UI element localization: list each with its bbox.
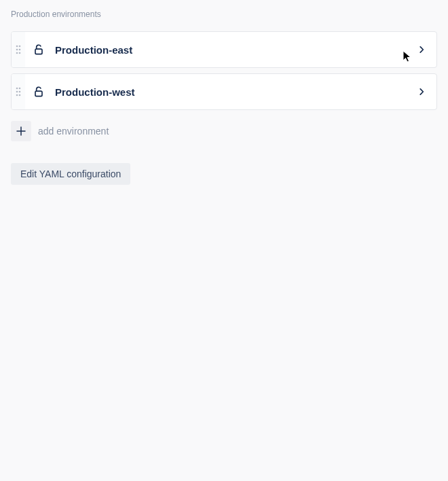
svg-point-7 — [16, 88, 18, 90]
chevron-right-icon — [417, 45, 426, 54]
svg-point-5 — [19, 52, 21, 54]
drag-handle[interactable] — [12, 32, 25, 67]
svg-point-2 — [16, 49, 18, 51]
env-name: Production-east — [55, 44, 132, 56]
expand-button[interactable] — [413, 84, 430, 100]
svg-point-1 — [19, 46, 21, 48]
edit-yaml-button[interactable]: Edit YAML configuration — [11, 163, 130, 185]
svg-point-10 — [19, 91, 21, 93]
chevron-right-icon — [417, 87, 426, 96]
add-environment-label: add environment — [38, 126, 109, 137]
drag-dots-icon — [16, 86, 21, 97]
plus-icon — [15, 125, 27, 137]
drag-dots-icon — [16, 44, 21, 55]
add-environment-button[interactable]: add environment — [11, 121, 437, 141]
expand-button[interactable] — [413, 41, 430, 58]
env-item[interactable]: Production-east — [11, 31, 437, 68]
env-name: Production-west — [55, 86, 135, 98]
svg-point-12 — [19, 94, 21, 96]
svg-point-4 — [16, 52, 18, 54]
lock-open-icon — [32, 43, 45, 56]
env-list: Production-east Production-we — [11, 31, 437, 110]
svg-point-8 — [19, 88, 21, 90]
env-item[interactable]: Production-west — [11, 73, 437, 110]
section-title: Production environments — [11, 10, 437, 19]
svg-rect-13 — [35, 91, 42, 96]
svg-point-0 — [16, 46, 18, 48]
drag-handle[interactable] — [12, 74, 25, 109]
svg-point-11 — [16, 94, 18, 96]
svg-point-3 — [19, 49, 21, 51]
svg-rect-6 — [35, 49, 42, 54]
svg-point-9 — [16, 91, 18, 93]
lock-open-icon — [32, 85, 45, 99]
plus-icon-box — [11, 121, 31, 141]
